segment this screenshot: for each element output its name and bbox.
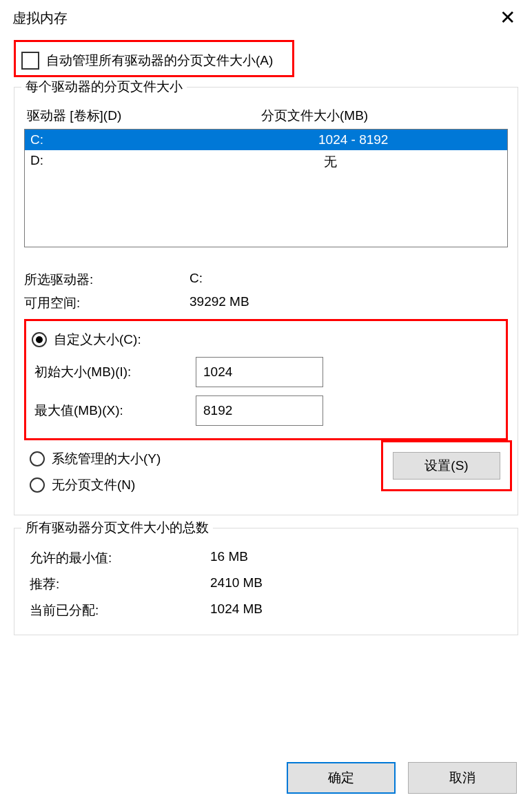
- size-cell: 1024 - 8192: [318, 132, 502, 147]
- selected-drive-value: C:: [190, 271, 203, 289]
- radio-icon: [32, 332, 47, 347]
- header-size: 分页文件大小(MB): [261, 107, 507, 125]
- free-space-label: 可用空间:: [24, 294, 190, 312]
- min-allowed-value: 16 MB: [210, 549, 248, 567]
- window-title: 虚拟内存: [12, 9, 68, 28]
- max-size-input[interactable]: [196, 395, 323, 426]
- free-space-value: 39292 MB: [190, 294, 249, 312]
- drive-list-header: 驱动器 [卷标](D) 分页文件大小(MB): [24, 104, 508, 129]
- initial-size-label: 初始大小(MB)(I):: [32, 363, 196, 381]
- auto-manage-checkbox[interactable]: 自动管理所有驱动器的分页文件大小(A): [14, 40, 294, 77]
- radio-custom-label: 自定义大小(C):: [54, 331, 141, 349]
- checkbox-icon: [21, 52, 39, 70]
- drive-listbox[interactable]: C: 1024 - 8192 D: 无: [24, 129, 508, 247]
- radio-custom-size[interactable]: 自定义大小(C):: [32, 327, 499, 353]
- set-button[interactable]: 设置(S): [393, 452, 500, 480]
- dialog-footer: 确定 取消: [0, 762, 532, 794]
- per-drive-legend: 每个驱动器的分页文件大小: [21, 78, 187, 96]
- auto-manage-label: 自动管理所有驱动器的分页文件大小(A): [46, 52, 273, 70]
- list-item[interactable]: C: 1024 - 8192: [25, 130, 507, 150]
- selected-drive-label: 所选驱动器:: [24, 271, 190, 289]
- cancel-button[interactable]: 取消: [408, 762, 517, 794]
- totals-legend: 所有驱动器分页文件大小的总数: [21, 519, 213, 537]
- free-space-row: 可用空间: 39292 MB: [24, 291, 508, 315]
- titlebar: 虚拟内存 ✕: [0, 0, 532, 33]
- header-drive: 驱动器 [卷标](D): [27, 107, 261, 125]
- totals-group: 所有驱动器分页文件大小的总数 允许的最小值: 16 MB 推荐: 2410 MB…: [14, 528, 518, 635]
- radio-system-label: 系统管理的大小(Y): [52, 450, 161, 468]
- recommended-value: 2410 MB: [210, 575, 263, 593]
- list-item[interactable]: D: 无: [25, 150, 507, 174]
- initial-size-input[interactable]: [196, 357, 323, 387]
- currently-allocated-label: 当前已分配:: [30, 602, 210, 619]
- drive-cell: C:: [30, 132, 318, 147]
- selected-drive-row: 所选驱动器: C:: [24, 268, 508, 291]
- radio-icon: [30, 451, 45, 466]
- min-allowed-label: 允许的最小值:: [30, 549, 210, 567]
- per-drive-group: 每个驱动器的分页文件大小 驱动器 [卷标](D) 分页文件大小(MB) C: 1…: [14, 87, 518, 515]
- set-button-highlight: 设置(S): [381, 440, 512, 491]
- custom-size-section: 自定义大小(C): 初始大小(MB)(I): 最大值(MB)(X):: [24, 319, 508, 440]
- close-icon[interactable]: ✕: [493, 6, 522, 30]
- drive-cell: D:: [30, 153, 318, 171]
- currently-allocated-value: 1024 MB: [210, 602, 263, 619]
- recommended-label: 推荐:: [30, 575, 210, 593]
- radio-none-label: 无分页文件(N): [52, 476, 135, 494]
- radio-icon: [30, 477, 45, 493]
- ok-button[interactable]: 确定: [287, 762, 396, 794]
- size-cell: 无: [318, 153, 502, 171]
- max-size-label: 最大值(MB)(X):: [32, 402, 196, 420]
